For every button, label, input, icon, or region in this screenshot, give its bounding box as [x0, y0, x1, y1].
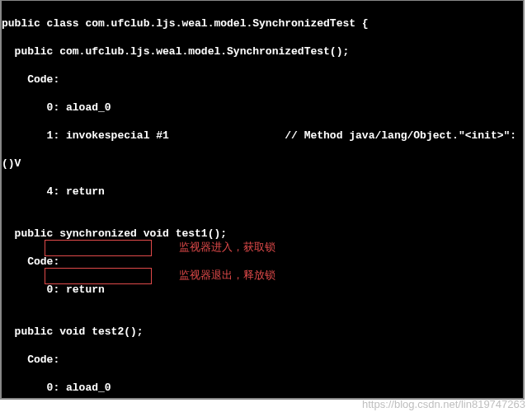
code-line: 0: aload_0 — [2, 381, 523, 395]
code-line: public com.ufclub.ljs.weal.model.Synchro… — [2, 44, 523, 59]
annotation-monitorenter: 监视器进入，获取锁 — [179, 240, 275, 254]
highlight-monitorexit — [45, 268, 152, 284]
code-line: public synchronized void test1(); — [2, 227, 523, 241]
annotation-monitorexit: 监视器退出，释放锁 — [179, 268, 275, 282]
watermark-url: https://blog.csdn.net/lin819747263 — [362, 398, 525, 410]
bytecode-terminal: public class com.ufclub.ljs.weal.model.S… — [0, 0, 525, 400]
code-line: 0: aload_0 — [2, 101, 523, 115]
code-line: ()V — [2, 157, 523, 171]
code-line: public class com.ufclub.ljs.weal.model.S… — [2, 16, 523, 30]
code-line: Code: — [2, 353, 523, 367]
code-line: 4: return — [2, 185, 523, 199]
code-line: 1: invokespecial #1 // Method java/lang/… — [2, 129, 523, 143]
code-line: public void test2(); — [2, 325, 523, 339]
code-line: Code: — [2, 73, 523, 87]
highlight-monitorenter — [45, 240, 152, 256]
code-line: Code: — [2, 255, 523, 269]
code-line: 0: return — [2, 283, 523, 297]
